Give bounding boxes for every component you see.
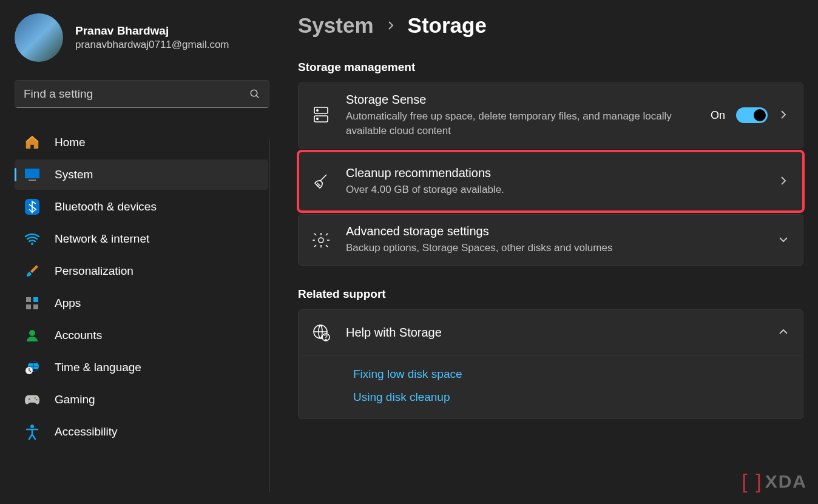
nav: Home System Bluetooth & devices Network … xyxy=(15,127,268,447)
card-help-storage: Help with Storage Fixing low disk space … xyxy=(298,309,803,419)
gamepad-icon xyxy=(24,392,40,408)
card-storage-sense[interactable]: Storage Sense Automatically free up spac… xyxy=(298,82,803,149)
card-body: Storage Sense Automatically free up spac… xyxy=(346,93,695,138)
sidebar-item-label: Home xyxy=(55,136,86,149)
sidebar-item-label: Accounts xyxy=(55,329,102,342)
help-link-low-disk[interactable]: Fixing low disk space xyxy=(353,368,798,381)
profile-name: Pranav Bhardwaj xyxy=(75,24,229,38)
svg-point-16 xyxy=(30,425,34,428)
apps-icon xyxy=(24,295,40,311)
storage-sense-toggle[interactable] xyxy=(736,107,768,123)
help-title: Help with Storage xyxy=(346,326,763,340)
profile-text: Pranav Bhardwaj pranavbhardwaj0711@gmail… xyxy=(75,24,229,51)
card-cleanup-recommendations[interactable]: Cleanup recommendations Over 4.00 GB of … xyxy=(298,151,803,212)
card-advanced-storage[interactable]: Advanced storage settings Backup options… xyxy=(298,214,803,266)
chevron-right-icon xyxy=(779,110,789,121)
sidebar-item-label: Network & internet xyxy=(55,232,149,246)
sidebar-item-personalization[interactable]: Personalization xyxy=(15,256,268,286)
card-subtitle: Automatically free up space, delete temp… xyxy=(346,109,686,138)
section-related-support-title: Related support xyxy=(298,287,803,301)
sidebar-item-network[interactable]: Network & internet xyxy=(15,224,268,254)
sidebar-item-gaming[interactable]: Gaming xyxy=(15,385,268,415)
svg-line-1 xyxy=(256,95,259,98)
chevron-down-icon xyxy=(779,235,789,246)
toggle-label: On xyxy=(711,109,725,122)
sidebar-divider xyxy=(269,139,270,492)
card-body: Advanced storage settings Backup options… xyxy=(346,224,763,255)
sidebar-item-label: Apps xyxy=(55,297,81,310)
profile-block[interactable]: Pranav Bhardwaj pranavbhardwaj0711@gmail… xyxy=(15,13,270,62)
gear-icon xyxy=(312,231,330,249)
sidebar-item-apps[interactable]: Apps xyxy=(15,288,268,318)
bluetooth-icon xyxy=(24,199,40,215)
card-trail xyxy=(779,176,789,187)
sidebar-item-home[interactable]: Home xyxy=(15,127,268,158)
svg-rect-7 xyxy=(33,297,38,302)
help-links: Fixing low disk space Using disk cleanup xyxy=(299,355,803,418)
card-title: Advanced storage settings xyxy=(346,224,763,238)
sidebar-item-label: System xyxy=(55,168,93,181)
card-trail xyxy=(779,235,789,246)
person-icon xyxy=(24,328,40,343)
paintbrush-icon xyxy=(24,263,40,279)
search-input[interactable] xyxy=(24,87,249,101)
svg-point-0 xyxy=(251,90,257,96)
svg-rect-9 xyxy=(33,304,38,309)
card-title: Storage Sense xyxy=(346,93,695,107)
sidebar-item-label: Bluetooth & devices xyxy=(55,200,157,213)
sidebar-item-accessibility[interactable]: Accessibility xyxy=(15,417,268,447)
card-subtitle: Backup options, Storage Spaces, other di… xyxy=(346,241,686,255)
search-box[interactable] xyxy=(15,80,269,108)
system-icon xyxy=(24,167,40,183)
card-trail: On xyxy=(711,107,789,123)
profile-email: pranavbhardwaj0711@gmail.com xyxy=(75,39,229,51)
svg-point-21 xyxy=(319,238,323,243)
storage-sense-icon xyxy=(312,106,330,124)
sidebar: Pranav Bhardwaj pranavbhardwaj0711@gmail… xyxy=(0,0,270,504)
svg-rect-8 xyxy=(26,304,31,309)
svg-point-24 xyxy=(325,339,326,340)
xda-watermark: [ ] XDA xyxy=(742,469,807,493)
wifi-icon xyxy=(24,231,40,247)
chevron-right-icon xyxy=(779,176,789,187)
sidebar-item-label: Gaming xyxy=(55,393,95,406)
svg-point-19 xyxy=(317,110,318,111)
breadcrumb-parent[interactable]: System xyxy=(298,13,374,38)
svg-point-10 xyxy=(29,330,35,336)
card-title: Cleanup recommendations xyxy=(346,166,763,180)
svg-rect-2 xyxy=(25,169,39,178)
search-icon xyxy=(249,89,260,99)
watermark-text: XDA xyxy=(765,471,807,492)
bracket-icon: [ ] xyxy=(742,469,762,493)
card-body: Cleanup recommendations Over 4.00 GB of … xyxy=(346,166,763,197)
sidebar-item-label: Time & language xyxy=(55,361,141,374)
svg-point-14 xyxy=(34,397,35,398)
sidebar-item-bluetooth[interactable]: Bluetooth & devices xyxy=(15,192,268,222)
section-storage-management-title: Storage management xyxy=(298,61,803,74)
sidebar-item-label: Personalization xyxy=(55,264,134,278)
breadcrumb-current: Storage xyxy=(408,13,487,38)
svg-rect-6 xyxy=(26,297,31,302)
avatar xyxy=(15,13,63,62)
card-subtitle: Over 4.00 GB of storage available. xyxy=(346,183,686,197)
svg-rect-3 xyxy=(29,180,36,181)
svg-point-20 xyxy=(317,118,318,119)
help-header[interactable]: Help with Storage xyxy=(299,310,803,355)
globe-help-icon xyxy=(312,323,330,341)
breadcrumb: System Storage xyxy=(298,13,803,38)
accessibility-icon xyxy=(24,424,40,440)
chevron-right-icon xyxy=(386,21,396,30)
main-content: System Storage Storage management Storag… xyxy=(270,0,818,504)
sidebar-item-time[interactable]: Time & language xyxy=(15,352,268,383)
svg-point-5 xyxy=(31,243,33,245)
chevron-up-icon xyxy=(779,327,789,338)
svg-point-13 xyxy=(29,398,30,400)
help-link-disk-cleanup[interactable]: Using disk cleanup xyxy=(353,391,798,404)
clock-globe-icon xyxy=(24,360,40,375)
sidebar-item-accounts[interactable]: Accounts xyxy=(15,320,268,351)
svg-point-15 xyxy=(36,399,37,400)
sidebar-item-label: Accessibility xyxy=(55,425,117,438)
broom-icon xyxy=(312,172,330,190)
home-icon xyxy=(24,135,40,150)
sidebar-item-system[interactable]: System xyxy=(15,160,268,190)
